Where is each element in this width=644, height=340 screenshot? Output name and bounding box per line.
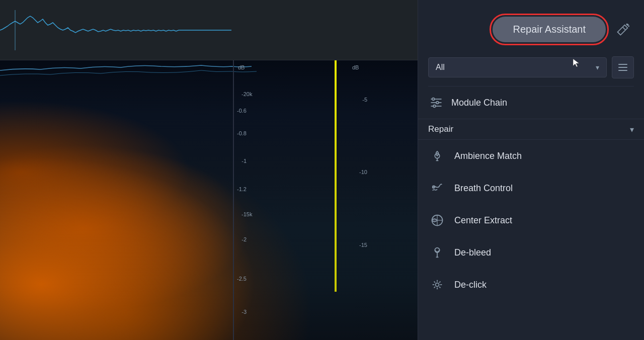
de-bleed-icon <box>428 243 446 262</box>
waveform-area <box>0 0 418 60</box>
module-item-de-bleed[interactable]: De-bleed <box>422 236 640 269</box>
svg-point-7 <box>436 102 439 104</box>
module-item-de-click[interactable]: De-click <box>422 269 640 301</box>
spectrogram-area: dB -0.6 -0.8 -1 -1.2 -2 -2.5 -3 -20k -15… <box>0 60 418 340</box>
module-item-center-extract[interactable]: Center Extract <box>422 204 640 236</box>
wand-icon <box>616 23 630 37</box>
module-item-breath-control[interactable]: Breath Control <box>422 172 640 204</box>
freq-labels: -20k -15k <box>242 60 272 340</box>
svg-point-2 <box>628 26 629 26</box>
module-list: Ambience Match Breath Control <box>418 140 644 340</box>
center-extract-label: Center Extract <box>454 215 512 226</box>
module-chain-row[interactable]: Module Chain <box>418 87 644 119</box>
menu-line-1 <box>618 64 627 65</box>
module-item-ambience-match[interactable]: Ambience Match <box>422 140 640 172</box>
svg-point-8 <box>433 105 436 108</box>
right-header: Repair Assistant <box>418 0 644 56</box>
repair-section-label: Repair <box>428 124 453 134</box>
db-labels-right: -5 -10 -15 <box>342 60 367 340</box>
level-label-10: -10 <box>359 169 367 175</box>
filter-value: All <box>436 63 445 72</box>
ambience-match-label: Ambience Match <box>454 151 522 161</box>
de-click-label: De-click <box>454 280 487 290</box>
right-panel: Repair Assistant All ▾ <box>418 0 644 340</box>
vertical-separator <box>233 60 234 340</box>
waveform-svg <box>0 10 231 50</box>
breath-control-label: Breath Control <box>454 183 513 194</box>
repair-section-header[interactable]: Repair ▾ <box>418 119 644 140</box>
svg-point-1 <box>627 25 628 25</box>
svg-point-6 <box>432 98 435 101</box>
svg-line-23 <box>439 287 440 288</box>
level-label-5: -5 <box>362 97 367 103</box>
repair-section-chevron: ▾ <box>630 125 634 134</box>
menu-line-3 <box>618 70 627 71</box>
center-extract-icon <box>428 211 446 229</box>
ambience-match-icon <box>428 147 446 165</box>
filter-dropdown[interactable]: All ▾ <box>428 57 607 77</box>
freq-label-15k: -15k <box>242 211 252 217</box>
de-click-icon <box>428 276 446 294</box>
module-chain-label: Module Chain <box>451 98 507 108</box>
breath-control-icon <box>428 179 446 197</box>
level-label-15: -15 <box>359 242 367 248</box>
repair-assistant-button[interactable]: Repair Assistant <box>493 17 606 42</box>
module-chain-icon <box>428 95 444 111</box>
filter-chevron: ▾ <box>596 63 599 71</box>
filter-row: All ▾ <box>418 56 644 86</box>
menu-line-2 <box>618 67 627 68</box>
svg-point-17 <box>436 283 439 287</box>
spectrogram-background: dB -0.6 -0.8 -1 -1.2 -2 -2.5 -3 -20k -15… <box>0 60 418 340</box>
wand-button[interactable] <box>612 19 634 41</box>
menu-button[interactable] <box>612 56 634 78</box>
svg-line-24 <box>439 282 440 283</box>
freq-label-20k: -20k <box>242 91 252 97</box>
svg-line-22 <box>434 282 435 283</box>
de-bleed-label: De-bleed <box>454 247 491 258</box>
left-panel: dB -0.6 -0.8 -1 -1.2 -2 -2.5 -3 -20k -15… <box>0 0 418 340</box>
svg-line-25 <box>434 287 435 288</box>
level-bar <box>335 60 337 292</box>
